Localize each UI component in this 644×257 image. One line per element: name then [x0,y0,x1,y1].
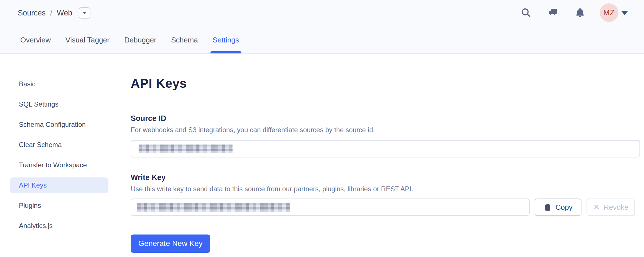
avatar[interactable]: MZ [600,3,618,22]
copy-button-label: Copy [556,203,573,212]
sidebar-item-schema-configuration[interactable]: Schema Configuration [10,117,108,132]
copy-button[interactable]: Copy [535,199,581,216]
source-tabs: Overview Visual Tagger Debugger Schema S… [20,36,239,53]
source-id-label: Source ID [131,114,640,123]
notifications-button[interactable] [574,6,586,19]
sidebar-item-api-keys[interactable]: API Keys [10,177,108,193]
api-keys-panel: API Keys Source ID For webhooks and S3 i… [131,54,640,253]
search-icon [521,7,531,18]
revoke-button-label: Revoke [604,203,629,212]
tab-settings[interactable]: Settings [213,36,239,53]
page-title: API Keys [131,76,640,91]
sidebar-item-plugins[interactable]: Plugins [10,198,108,213]
sidebar-item-sql-settings[interactable]: SQL Settings [10,96,108,112]
tab-schema[interactable]: Schema [171,36,198,53]
clipboard-icon [544,203,552,211]
source-id-description: For webhooks and S3 integrations, you ca… [131,126,640,134]
generate-new-key-label: Generate New Key [138,239,203,248]
source-settings-page: Sources / Web [0,0,644,257]
write-key-redacted-value [137,203,290,212]
source-id-input[interactable] [131,140,640,157]
settings-sidebar: Basic SQL Settings Schema Configuration … [10,76,108,238]
write-key-description: Use this write key to send data to this … [131,185,640,193]
generate-new-key-button[interactable]: Generate New Key [131,235,210,253]
app-header: Sources / Web [0,0,644,54]
write-key-input[interactable] [131,199,530,216]
source-id-redacted-value [139,145,233,153]
active-tab-underline [210,51,241,53]
avatar-initials: MZ [603,8,615,17]
search-button[interactable] [520,6,532,19]
write-key-label: Write Key [131,173,640,182]
tab-visual-tagger[interactable]: Visual Tagger [65,36,110,53]
header-actions: MZ [0,0,644,25]
write-key-row: Copy ✕ Revoke [131,199,640,216]
bell-icon [574,7,586,18]
tab-overview[interactable]: Overview [20,36,51,53]
sidebar-item-basic[interactable]: Basic [10,76,108,92]
revoke-button[interactable]: ✕ Revoke [587,199,635,216]
chat-bubbles-icon [548,8,558,18]
sidebar-item-analytics-js[interactable]: Analytics.js [10,218,108,234]
sidebar-item-transfer-to-workspace[interactable]: Transfer to Workspace [10,157,108,173]
sidebar-item-clear-schema[interactable]: Clear Schema [10,137,108,153]
tab-debugger[interactable]: Debugger [124,36,156,53]
messages-button[interactable] [547,6,559,19]
x-icon: ✕ [593,203,599,211]
account-menu-chevron-down-icon[interactable] [621,11,628,15]
